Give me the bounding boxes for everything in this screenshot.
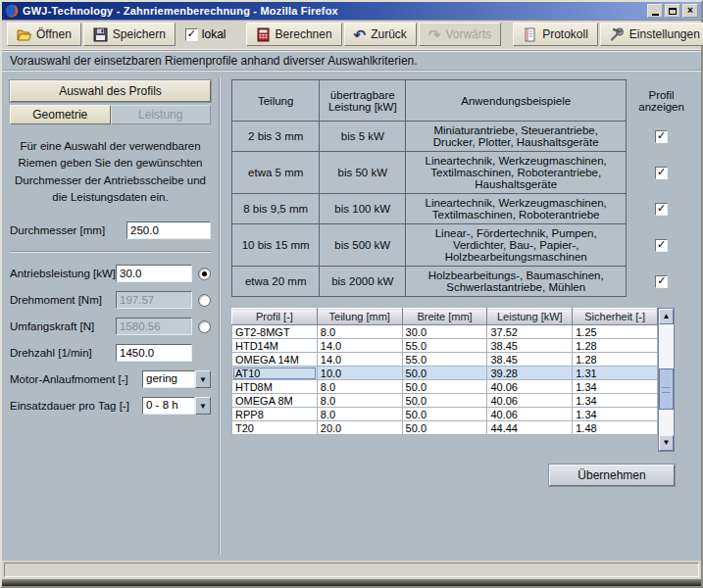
results-row[interactable]: HTD14M14.055.038.451.28 xyxy=(232,339,658,353)
tab-geometrie[interactable]: Geometrie xyxy=(10,105,111,124)
close-button[interactable]: × xyxy=(682,4,698,18)
results-cell[interactable]: OMEGA 14M xyxy=(232,353,318,367)
umfangskraft-radio[interactable] xyxy=(198,320,211,333)
scroll-up-button[interactable]: ▲ xyxy=(659,309,674,324)
forward-button[interactable]: ↷ Vorwärts xyxy=(419,23,501,46)
calculate-button[interactable]: Berechnen xyxy=(246,23,342,46)
toolbar: Öffnen Speichern ✓ lokal Berechnen ↶ Zur… xyxy=(2,20,701,50)
results-cell[interactable]: 8.0 xyxy=(317,380,402,394)
results-cell[interactable]: 14.0 xyxy=(317,353,402,367)
profil-anzeigen-checkbox[interactable]: ✓ xyxy=(655,239,668,252)
results-cell[interactable]: 20.0 xyxy=(317,421,402,435)
antriebsleistung-input[interactable] xyxy=(116,265,192,282)
profile-cell-leistung: bis 50 kW xyxy=(320,152,406,194)
results-cell[interactable]: OMEGA 8M xyxy=(232,394,318,408)
lokal-checkbox[interactable]: ✓ xyxy=(185,28,198,41)
drehmoment-input[interactable] xyxy=(116,291,192,309)
drehmoment-radio[interactable] xyxy=(198,294,211,307)
results-cell[interactable]: 10.0 xyxy=(317,367,402,380)
results-cell[interactable]: 1.25 xyxy=(573,325,658,339)
results-row[interactable]: HTD8M8.050.040.061.34 xyxy=(232,380,658,394)
scrollbar-thumb[interactable] xyxy=(659,368,674,410)
minimize-button[interactable] xyxy=(647,4,663,18)
maximize-button[interactable] xyxy=(665,4,680,18)
results-column-header[interactable]: Teilung [mm] xyxy=(317,309,402,325)
results-cell[interactable]: GT2-8MGT xyxy=(232,325,318,339)
results-cell[interactable]: 38.45 xyxy=(487,339,573,353)
results-cell[interactable]: 40.06 xyxy=(487,394,573,408)
results-cell[interactable]: 39.28 xyxy=(487,367,573,380)
results-row[interactable]: OMEGA 8M8.050.040.061.34 xyxy=(232,394,658,408)
results-cell[interactable]: 1.48 xyxy=(573,421,658,435)
umfangskraft-input[interactable] xyxy=(116,318,192,335)
lokal-checkbox-group: ✓ lokal xyxy=(177,23,234,46)
profil-anzeigen-checkbox[interactable]: ✓ xyxy=(655,275,668,288)
profile-selection-button[interactable]: Auswahl des Profils xyxy=(10,80,211,102)
results-cell[interactable]: HTD8M xyxy=(232,380,318,394)
results-column-header[interactable]: Breite [mm] xyxy=(402,309,487,325)
profile-cell-leistung: bis 500 kW xyxy=(320,224,406,267)
results-cell[interactable]: 40.06 xyxy=(487,380,573,394)
profil-anzeigen-checkbox[interactable]: ✓ xyxy=(655,167,668,179)
einsatzdauer-select[interactable]: 0 - 8 h ▼ xyxy=(142,397,211,415)
results-cell[interactable]: 1.31 xyxy=(573,367,658,380)
results-column-header[interactable]: Leistung [kW] xyxy=(487,309,573,325)
results-row[interactable]: RPP88.050.040.061.34 xyxy=(232,408,658,421)
tab-leistung[interactable]: Leistung xyxy=(111,105,212,124)
drehzahl-label: Drehzahl [1/min] xyxy=(10,347,116,359)
apply-button[interactable]: Übernehmen xyxy=(549,465,675,486)
drehzahl-input[interactable] xyxy=(116,344,192,362)
results-column-header[interactable]: Sicherheit [-] xyxy=(573,309,658,325)
results-cell[interactable]: 50.0 xyxy=(402,394,487,408)
antriebsleistung-radio[interactable] xyxy=(198,268,211,280)
results-cell[interactable]: AT10 xyxy=(232,367,318,380)
results-cell[interactable]: 37.52 xyxy=(487,325,573,339)
results-cell[interactable]: 44.44 xyxy=(487,421,573,435)
results-cell[interactable]: 14.0 xyxy=(317,339,402,353)
results-cell[interactable]: 8.0 xyxy=(317,325,402,339)
results-cell[interactable]: 55.0 xyxy=(402,339,487,353)
results-cell[interactable]: 55.0 xyxy=(402,353,487,367)
protocol-button[interactable]: Protokoll xyxy=(513,23,598,46)
results-row[interactable]: GT2-8MGT8.030.037.521.25 xyxy=(232,325,658,339)
results-cell[interactable]: 1.34 xyxy=(573,380,658,394)
results-cell[interactable]: T20 xyxy=(232,421,318,435)
back-button[interactable]: ↶ Zurück xyxy=(344,23,417,46)
results-row[interactable]: OMEGA 14M14.055.038.451.28 xyxy=(232,353,658,367)
scrollbar-track[interactable] xyxy=(659,324,674,435)
dropdown-button[interactable]: ▼ xyxy=(195,397,211,415)
results-cell[interactable]: 50.0 xyxy=(402,408,487,421)
durchmesser-input[interactable] xyxy=(126,221,211,239)
chevron-down-icon: ▼ xyxy=(199,402,207,411)
results-cell[interactable]: 1.28 xyxy=(573,353,658,367)
results-cell[interactable]: 1.28 xyxy=(573,339,658,353)
results-cell[interactable]: RPP8 xyxy=(232,408,318,421)
open-label: Öffnen xyxy=(36,27,72,41)
profil-anzeigen-checkbox[interactable]: ✓ xyxy=(655,130,668,143)
results-cell[interactable]: 8.0 xyxy=(317,408,402,421)
status-bar xyxy=(2,561,701,579)
results-cell[interactable]: 38.45 xyxy=(487,353,573,367)
open-button[interactable]: Öffnen xyxy=(7,23,81,46)
settings-button[interactable]: Einstellungen xyxy=(600,23,703,46)
results-table[interactable]: Profil [-]Teilung [mm]Breite [mm]Leistun… xyxy=(231,308,658,435)
results-cell[interactable]: 30.0 xyxy=(402,325,487,339)
results-row[interactable]: AT1010.050.039.281.31 xyxy=(232,367,658,380)
results-cell[interactable]: 1.34 xyxy=(573,408,658,421)
results-cell[interactable]: 40.06 xyxy=(487,408,573,421)
results-cell[interactable]: 50.0 xyxy=(402,367,487,380)
scroll-down-button[interactable]: ▼ xyxy=(659,435,674,451)
results-row[interactable]: T2020.050.044.441.48 xyxy=(232,421,658,435)
profil-anzeigen-checkbox[interactable]: ✓ xyxy=(655,203,668,216)
results-cell[interactable]: 8.0 xyxy=(317,394,402,408)
profile-cell-anzeigen: ✓ xyxy=(627,267,697,297)
dropdown-button[interactable]: ▼ xyxy=(195,370,211,388)
results-column-header[interactable]: Profil [-] xyxy=(232,309,318,325)
results-cell[interactable]: 50.0 xyxy=(402,380,487,394)
results-cell[interactable]: 1.34 xyxy=(573,394,658,408)
results-cell[interactable]: 50.0 xyxy=(402,421,487,435)
anlaufmoment-select[interactable]: gering ▼ xyxy=(142,370,211,388)
save-button[interactable]: Speichern xyxy=(83,23,176,46)
results-scrollbar[interactable]: ▲ ▼ xyxy=(658,308,675,452)
results-cell[interactable]: HTD14M xyxy=(232,339,318,353)
